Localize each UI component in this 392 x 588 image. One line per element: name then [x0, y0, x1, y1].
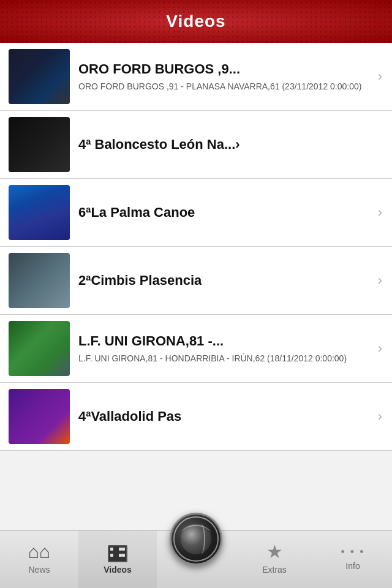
video-title: 4ª Baloncesto León Na...› — [78, 136, 382, 154]
video-content: 4ª Baloncesto León Na...› — [78, 130, 382, 160]
tab-info[interactable]: Info — [314, 531, 392, 588]
chevron-right-icon: › — [378, 341, 382, 356]
video-subtitle: L.F. UNI GIRONA,81 - HONDARRIBIA - IRÚN,… — [78, 353, 378, 365]
page-title: Videos — [166, 12, 225, 31]
video-thumbnail — [9, 185, 70, 240]
video-title: 4ªValladolid Pas — [78, 408, 378, 426]
video-item[interactable]: 6ªLa Palma Canoe› — [0, 179, 392, 247]
tab-news-label: News — [28, 565, 50, 575]
chevron-right-icon: › — [378, 205, 382, 221]
video-subtitle: ORO FORD BURGOS ,91 - PLANASA NAVARRA,61… — [78, 81, 378, 93]
tab-extras[interactable]: Extras — [235, 531, 314, 588]
film-icon — [108, 545, 127, 562]
video-thumbnail — [9, 49, 70, 104]
video-thumbnail — [9, 389, 70, 444]
video-content: 6ªLa Palma Canoe — [78, 198, 378, 228]
tab-news[interactable]: ⌂ News — [0, 531, 78, 588]
video-title: 2ªCimbis Plasencia — [78, 272, 378, 290]
video-content: ORO FORD BURGOS ,9...ORO FORD BURGOS ,91… — [78, 55, 378, 99]
video-content: L.F. UNI GIRONA,81 -...L.F. UNI GIRONA,8… — [78, 326, 378, 371]
video-thumbnail — [9, 253, 70, 308]
tab-bar: ⌂ News Videos Extras Info — [0, 530, 392, 588]
video-item[interactable]: L.F. UNI GIRONA,81 -...L.F. UNI GIRONA,8… — [0, 315, 392, 383]
chevron-right-icon: › — [378, 273, 382, 288]
video-thumbnail — [9, 321, 70, 376]
video-item[interactable]: 2ªCimbis Plasencia› — [0, 247, 392, 315]
tab-videos-label: Videos — [104, 565, 132, 575]
home-icon: ⌂ — [28, 541, 50, 562]
video-list: ORO FORD BURGOS ,9...ORO FORD BURGOS ,91… — [0, 43, 392, 451]
video-content: 4ªValladolid Pas — [78, 402, 378, 432]
tab-info-label: Info — [345, 561, 360, 571]
video-thumbnail — [9, 117, 70, 172]
chevron-right-icon: › — [378, 409, 382, 424]
video-title: L.F. UNI GIRONA,81 -... — [78, 333, 378, 350]
dots-icon — [341, 545, 365, 559]
tab-basketball[interactable] — [157, 531, 235, 588]
star-icon — [266, 541, 283, 562]
video-content: 2ªCimbis Plasencia — [78, 266, 378, 296]
basketball-button[interactable] — [170, 513, 222, 565]
basketball-icon — [181, 524, 211, 554]
video-item[interactable]: 4ª Baloncesto León Na...› — [0, 111, 392, 179]
video-item[interactable]: ORO FORD BURGOS ,9...ORO FORD BURGOS ,91… — [0, 43, 392, 111]
video-item[interactable]: 4ªValladolid Pas› — [0, 383, 392, 451]
chevron-right-icon: › — [378, 69, 382, 85]
tab-videos[interactable]: Videos — [78, 531, 157, 588]
video-title: 6ªLa Palma Canoe — [78, 204, 378, 222]
tab-extras-label: Extras — [262, 565, 287, 575]
video-title: ORO FORD BURGOS ,9... — [78, 61, 378, 78]
app-header: Videos — [0, 0, 392, 43]
